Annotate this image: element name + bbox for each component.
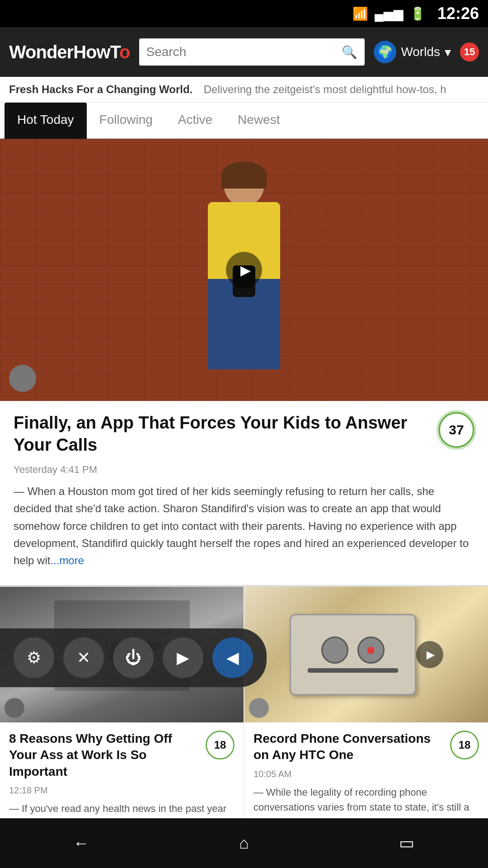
hero-article-body: Finally, an App That Forces Your Kids to… (0, 401, 488, 580)
chevron-down-icon: ▾ (445, 45, 451, 60)
status-icons: 📶 ▄▅▆ 🔋 (352, 6, 426, 21)
hero-article[interactable]: Finally, an App That Forces Your Kids to… (0, 139, 488, 580)
tab-active[interactable]: Active (165, 103, 225, 139)
globe-icon: 🌍 (374, 41, 396, 63)
article-right-avatar (249, 698, 269, 718)
arrow-left-icon: ◀ (226, 648, 239, 667)
search-bar[interactable]: 🔍 (139, 38, 365, 66)
nav-recents-icon: ▭ (399, 834, 414, 853)
article-left-avatar (5, 698, 24, 718)
battery-icon: 🔋 (410, 6, 426, 21)
search-input[interactable] (146, 45, 338, 59)
hero-article-meta: Yesterday 4:41 PM (14, 464, 474, 476)
hero-avatar (9, 365, 36, 392)
tab-hot-today[interactable]: Hot Today (5, 103, 87, 139)
gear-icon: ⚙ (27, 648, 41, 667)
article-right-play-button[interactable] (416, 641, 443, 668)
status-time: 12:26 (437, 4, 479, 23)
article-right-score: 18 (450, 731, 479, 760)
hero-image (0, 139, 488, 401)
main-content: Finally, an App That Forces Your Kids to… (0, 139, 488, 868)
nav-home-button[interactable]: ⌂ (217, 825, 271, 861)
wifi-icon: 📶 (352, 6, 368, 21)
article-left-meta: 12:18 PM (9, 785, 235, 796)
search-icon[interactable]: 🔍 (342, 45, 357, 60)
float-settings-button[interactable]: ⚙ (14, 637, 54, 678)
float-play-button[interactable]: ▶ (163, 637, 203, 678)
tabs-bar: Hot Today Following Active Newest (0, 103, 488, 139)
hero-score: 37 (438, 412, 474, 448)
notification-badge[interactable]: 15 (460, 42, 479, 61)
float-power-button[interactable]: ⏻ (113, 637, 154, 678)
hero-play-button[interactable] (226, 252, 262, 288)
app-header: WonderHowTo 🔍 🌍 Worlds ▾ 15 (0, 27, 488, 77)
nav-back-icon: ← (73, 834, 89, 853)
worlds-label: Worlds (401, 45, 440, 59)
article-right-title[interactable]: Record Phone Conversations on Any HTC On… (253, 731, 446, 764)
tab-following[interactable]: Following (87, 103, 165, 139)
hero-score-badge: 37 (438, 412, 474, 448)
article-right-meta: 10:05 AM (253, 769, 479, 779)
float-close-button[interactable]: ✕ (63, 637, 104, 678)
tab-newest[interactable]: Newest (225, 103, 292, 139)
status-bar: 📶 ▄▅▆ 🔋 12:26 (0, 0, 488, 27)
signal-icon: ▄▅▆ (375, 6, 404, 21)
hero-article-summary: — When a Houston mom got tired of her ki… (14, 483, 474, 570)
worlds-button[interactable]: 🌍 Worlds ▾ (374, 41, 451, 63)
tagline-bar: Fresh Hacks For a Changing World. Delive… (0, 77, 488, 103)
article-left-score: 18 (206, 731, 235, 760)
nav-home-icon: ⌂ (239, 834, 249, 853)
tagline-sub: Delivering the zeitgeist's most delightf… (204, 83, 446, 95)
article-right-image: ⏺ (244, 587, 488, 722)
floating-menu: ⚙ ✕ ⏻ ▶ ◀ (0, 628, 267, 687)
hero-more-link[interactable]: ...more (50, 554, 84, 566)
float-back-button[interactable]: ◀ (212, 637, 253, 678)
nav-recents-button[interactable]: ▭ (380, 825, 434, 861)
close-icon: ✕ (77, 648, 90, 667)
article-left-title[interactable]: 8 Reasons Why Getting Off Your Ass at Wo… (9, 731, 201, 780)
nav-back-button[interactable]: ← (54, 825, 108, 861)
android-nav-bar: ← ⌂ ▭ (0, 818, 488, 868)
app-logo: WonderHowTo (9, 42, 130, 62)
tagline-main: Fresh Hacks For a Changing World. (9, 83, 192, 95)
play-icon: ▶ (177, 648, 189, 667)
hero-article-title[interactable]: Finally, an App That Forces Your Kids to… (14, 412, 429, 457)
power-icon: ⏻ (125, 648, 141, 667)
